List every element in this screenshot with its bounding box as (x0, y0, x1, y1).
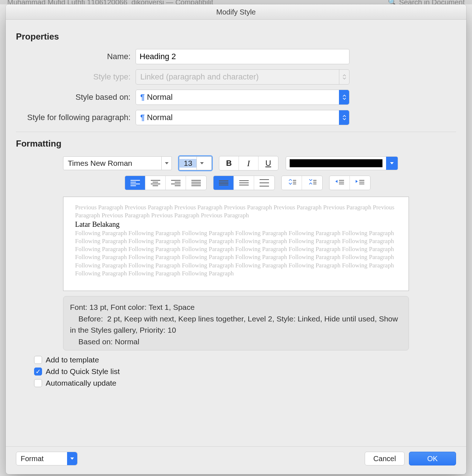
section-properties: Properties (16, 32, 456, 42)
doc-title: Muhammad Mufid Luthfi 1106120066_dikonve… (7, 0, 164, 4)
font-size-combo[interactable]: 13 (179, 156, 212, 170)
underline-button[interactable]: U (258, 156, 278, 170)
modify-style-dialog: Modify Style Properties Name: Style type… (6, 4, 466, 474)
font-color-picker[interactable] (286, 156, 398, 170)
search-icon: 🔍 (388, 0, 397, 4)
space-after-button[interactable] (302, 176, 322, 190)
style-type-value: Linked (paragraph and character) (140, 72, 259, 82)
format-menu-button[interactable]: Format (16, 452, 78, 465)
font-value: Times New Roman (63, 159, 137, 168)
svg-rect-0 (293, 180, 296, 181)
following-value: Normal (147, 113, 173, 122)
svg-rect-9 (359, 180, 364, 181)
chevron-down-icon (161, 157, 171, 170)
align-justify-button[interactable] (186, 176, 206, 190)
pilcrow-icon: ¶ (140, 93, 145, 102)
following-select[interactable]: ¶ Normal (136, 110, 349, 125)
label-name: Name: (16, 52, 136, 61)
auto-update-label: Automatically update (46, 379, 116, 387)
line-spacing-2-button[interactable] (254, 176, 274, 190)
svg-rect-3 (313, 180, 316, 181)
chevron-down-icon (196, 157, 207, 170)
chevron-down-icon (386, 157, 398, 170)
italic-button[interactable]: I (239, 156, 258, 170)
chevron-updown-icon (339, 110, 349, 125)
align-right-button[interactable] (166, 176, 186, 190)
style-description: Font: 13 pt, Font color: Text 1, Space B… (63, 296, 409, 350)
add-to-quick-style-row[interactable]: ✓ Add to Quick Style list (34, 367, 456, 376)
based-on-select[interactable]: ¶ Normal (136, 90, 349, 105)
increase-indent-button[interactable] (350, 176, 370, 190)
add-to-template-label: Add to template (46, 356, 99, 364)
based-on-value: Normal (147, 93, 173, 102)
preview-next: Following Paragraph Following Paragraph … (75, 229, 397, 278)
compat-mode: Compatibilit (175, 0, 213, 4)
bold-button[interactable]: B (219, 156, 239, 170)
checkbox-icon (34, 379, 42, 387)
line-spacing-1.5-button[interactable] (234, 176, 254, 190)
align-left-button[interactable] (125, 176, 145, 190)
checkbox-icon (34, 356, 42, 364)
cancel-button[interactable]: Cancel (365, 452, 405, 465)
label-following: Style for following paragraph: (16, 113, 136, 122)
svg-rect-10 (359, 182, 364, 182)
add-to-quick-style-label: Add to Quick Style list (46, 367, 120, 376)
svg-rect-7 (339, 182, 344, 182)
line-spacing-1-button[interactable] (214, 176, 234, 190)
style-type-select: Linked (paragraph and character) (136, 69, 349, 85)
search-placeholder: Search in Document (399, 0, 465, 4)
checkbox-checked-icon: ✓ (34, 368, 42, 376)
name-input[interactable] (136, 49, 349, 64)
font-combo[interactable]: Times New Roman (63, 156, 172, 170)
svg-rect-4 (313, 182, 316, 182)
font-size-value: 13 (179, 159, 196, 168)
preview-sample: Latar Belakang (75, 220, 397, 229)
format-label: Format (21, 455, 44, 463)
ok-button[interactable]: OK (409, 452, 456, 465)
svg-rect-1 (293, 182, 296, 182)
section-formatting: Formatting (16, 139, 456, 149)
svg-rect-5 (313, 184, 316, 184)
svg-rect-8 (339, 184, 344, 184)
chevron-down-icon (67, 452, 77, 465)
dialog-title: Modify Style (6, 4, 466, 20)
svg-rect-6 (339, 180, 344, 181)
auto-update-row[interactable]: Automatically update (34, 379, 456, 387)
svg-rect-2 (293, 184, 296, 184)
stepper-icon (339, 70, 349, 84)
label-style-type: Style type: (16, 72, 136, 82)
biu-group: B I U (219, 156, 278, 171)
label-based-on: Style based on: (16, 93, 136, 102)
decrease-indent-button[interactable] (330, 176, 350, 190)
chevron-updown-icon (339, 90, 349, 104)
color-swatch (290, 159, 382, 167)
pilcrow-icon: ¶ (140, 113, 145, 122)
style-preview: Previous Paragraph Previous Paragraph Pr… (63, 197, 409, 291)
add-to-template-row[interactable]: Add to template (34, 356, 456, 364)
space-before-button[interactable] (282, 176, 302, 190)
app-titlebar: Muhammad Mufid Luthfi 1106120066_dikonve… (0, 0, 472, 4)
align-center-button[interactable] (145, 176, 166, 190)
preview-prev: Previous Paragraph Previous Paragraph Pr… (75, 204, 397, 219)
svg-rect-11 (359, 184, 364, 184)
